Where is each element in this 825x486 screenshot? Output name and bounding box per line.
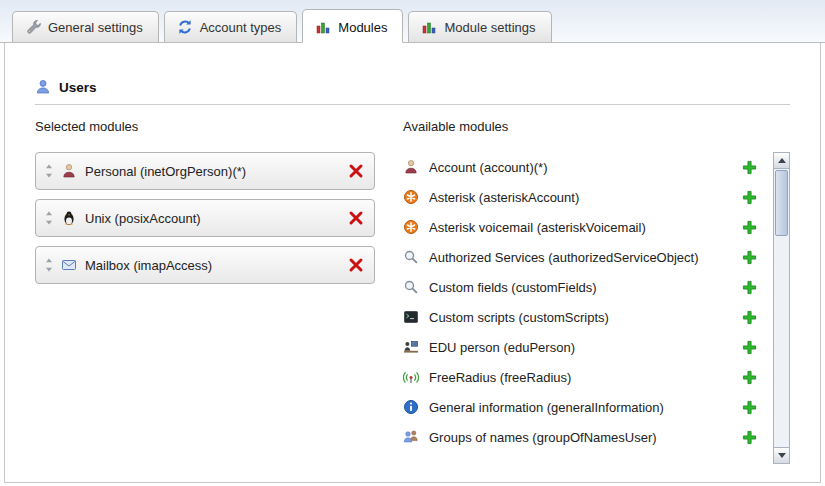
modules-columns: Selected modules Personal (inetOrgPerson… [5,105,820,464]
module-label: EDU person (eduPerson) [429,340,742,355]
scroll-down-button[interactable] [774,447,789,463]
tab-label: Modules [338,20,387,35]
wrench-icon [25,19,41,35]
available-module-row: Custom scripts (customScripts) [403,302,767,332]
tab-account-types[interactable]: Account types [164,11,298,43]
module-label: Personal (inetOrgPerson)(*) [85,164,348,179]
add-module-button[interactable] [742,310,757,325]
available-modules-list: Account (account)(*) Asterisk (asteriskA… [403,152,767,452]
bar-chart-icon [315,19,331,35]
add-module-button[interactable] [742,250,757,265]
available-module-row: Groups of names (groupOfNamesUser) [403,422,767,452]
tab-module-settings[interactable]: Module settings [408,11,551,43]
module-label: Asterisk (asteriskAccount) [429,190,742,205]
selected-module-personal[interactable]: Personal (inetOrgPerson)(*) [35,152,375,190]
selected-module-unix[interactable]: Unix (posixAccount) [35,199,375,237]
scroll-up-button[interactable] [774,153,789,169]
add-module-button[interactable] [742,160,757,175]
module-label: FreeRadius (freeRadius) [429,370,742,385]
selected-module-mailbox[interactable]: Mailbox (imapAccess) [35,246,375,284]
terminal-icon [403,309,419,325]
available-modules-column: Available modules Account (account)(*) [403,119,790,464]
scrollbar[interactable] [773,152,790,464]
available-module-row: Custom fields (customFields) [403,272,767,302]
drag-handle-icon[interactable] [44,257,54,273]
bar-chart-icon [421,19,437,35]
add-module-button[interactable] [742,430,757,445]
drag-handle-icon[interactable] [44,163,54,179]
add-module-button[interactable] [742,220,757,235]
tab-label: Account types [200,20,282,35]
penguin-icon [61,210,77,226]
available-module-row: General information (generalInformation) [403,392,767,422]
tab-bar: General settings Account types Modules M… [0,0,825,43]
remove-module-button[interactable] [348,257,364,273]
section-title: Users [59,80,97,95]
module-label: Mailbox (imapAccess) [85,258,348,273]
modules-config-panel: Users Selected modules Personal (inetOrg… [4,43,821,483]
module-label: Unix (posixAccount) [85,211,348,226]
envelope-icon [61,257,77,273]
add-module-button[interactable] [742,340,757,355]
remove-module-button[interactable] [348,163,364,179]
module-label: Custom scripts (customScripts) [429,310,742,325]
section-header: Users [5,79,820,95]
magnifier-icon [403,279,419,295]
add-module-button[interactable] [742,280,757,295]
module-label: Authorized Services (authorizedServiceOb… [429,250,742,265]
add-module-button[interactable] [742,400,757,415]
add-module-button[interactable] [742,370,757,385]
tab-label: Module settings [444,20,535,35]
tab-general-settings[interactable]: General settings [12,11,159,43]
asterisk-icon [403,219,419,235]
available-modules-heading: Available modules [403,119,790,134]
magnifier-icon [403,249,419,265]
info-icon [403,399,419,415]
module-label: Asterisk voicemail (asteriskVoicemail) [429,220,742,235]
module-label: General information (generalInformation) [429,400,742,415]
user-icon [35,79,51,95]
arrow-down-icon [778,453,786,458]
available-module-row: Authorized Services (authorizedServiceOb… [403,242,767,272]
available-module-row: Account (account)(*) [403,152,767,182]
sync-icon [177,19,193,35]
remove-module-button[interactable] [348,210,364,226]
module-label: Account (account)(*) [429,160,742,175]
add-module-button[interactable] [742,190,757,205]
asterisk-icon [403,189,419,205]
selected-modules-heading: Selected modules [35,119,375,134]
available-modules-list-wrap: Account (account)(*) Asterisk (asteriskA… [403,152,790,464]
scroll-thumb[interactable] [775,170,788,236]
module-label: Groups of names (groupOfNamesUser) [429,430,742,445]
group-icon [403,429,419,445]
person-icon [403,159,419,175]
drag-handle-icon[interactable] [44,210,54,226]
module-label: Custom fields (customFields) [429,280,742,295]
antenna-icon [403,369,419,385]
selected-modules-column: Selected modules Personal (inetOrgPerson… [35,119,375,464]
workstation-icon [403,339,419,355]
available-module-row: Asterisk (asteriskAccount) [403,182,767,212]
available-module-row: EDU person (eduPerson) [403,332,767,362]
available-module-row: FreeRadius (freeRadius) [403,362,767,392]
available-module-row: Asterisk voicemail (asteriskVoicemail) [403,212,767,242]
tab-modules[interactable]: Modules [302,9,403,43]
tab-label: General settings [48,20,143,35]
person-icon [61,163,77,179]
arrow-up-icon [778,158,786,163]
